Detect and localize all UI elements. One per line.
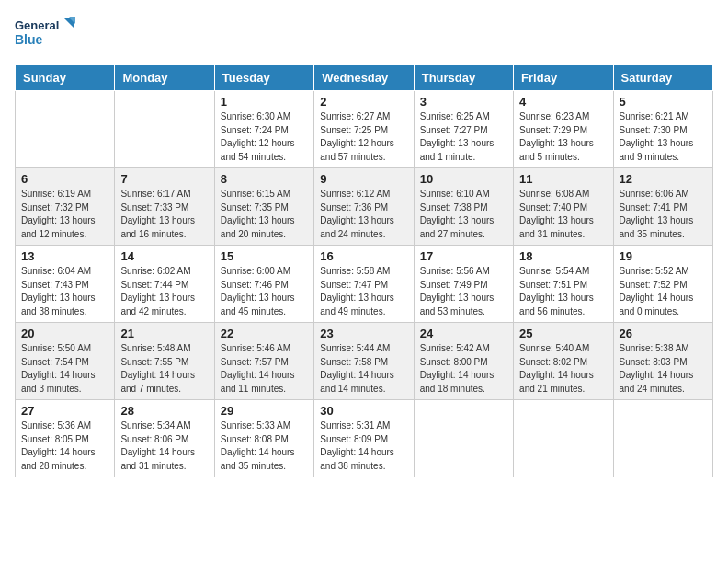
calendar-header-row: SundayMondayTuesdayWednesdayThursdayFrid…	[16, 65, 713, 91]
calendar-cell	[613, 400, 712, 477]
day-number: 22	[221, 327, 308, 340]
logo: General Blue	[15, 15, 79, 57]
day-number: 30	[320, 404, 407, 418]
calendar-cell: 9Sunrise: 6:12 AM Sunset: 7:36 PM Daylig…	[314, 168, 414, 246]
calendar-cell: 17Sunrise: 5:56 AM Sunset: 7:49 PM Dayli…	[414, 246, 513, 323]
weekday-header-tuesday: Tuesday	[214, 65, 313, 91]
day-number: 2	[320, 95, 407, 109]
day-number: 16	[320, 249, 407, 263]
calendar-cell: 22Sunrise: 5:46 AM Sunset: 7:57 PM Dayli…	[214, 323, 313, 400]
svg-text:General: General	[15, 18, 59, 32]
day-info: Sunrise: 6:04 AM Sunset: 7:43 PM Dayligh…	[21, 265, 108, 318]
day-info: Sunrise: 5:52 AM Sunset: 7:52 PM Dayligh…	[620, 265, 707, 318]
weekday-header-thursday: Thursday	[414, 65, 513, 91]
svg-text:Blue: Blue	[15, 32, 43, 47]
day-info: Sunrise: 6:06 AM Sunset: 7:41 PM Dayligh…	[620, 188, 707, 241]
calendar-cell	[16, 91, 115, 168]
day-info: Sunrise: 5:40 AM Sunset: 8:02 PM Dayligh…	[519, 342, 607, 396]
day-info: Sunrise: 5:44 AM Sunset: 7:58 PM Dayligh…	[320, 342, 407, 396]
page-header: General Blue	[15, 15, 713, 57]
calendar-cell: 29Sunrise: 5:33 AM Sunset: 8:08 PM Dayli…	[214, 400, 313, 477]
day-number: 15	[221, 249, 308, 263]
day-info: Sunrise: 6:00 AM Sunset: 7:46 PM Dayligh…	[221, 265, 308, 318]
day-info: Sunrise: 6:10 AM Sunset: 7:38 PM Dayligh…	[420, 188, 507, 241]
day-info: Sunrise: 5:36 AM Sunset: 8:05 PM Dayligh…	[21, 419, 108, 473]
calendar-cell: 19Sunrise: 5:52 AM Sunset: 7:52 PM Dayli…	[613, 246, 712, 323]
day-number: 14	[120, 249, 208, 263]
calendar-cell: 8Sunrise: 6:15 AM Sunset: 7:35 PM Daylig…	[214, 168, 313, 246]
calendar-cell: 23Sunrise: 5:44 AM Sunset: 7:58 PM Dayli…	[314, 323, 414, 400]
day-number: 21	[120, 327, 208, 340]
day-number: 24	[420, 327, 507, 340]
day-info: Sunrise: 5:46 AM Sunset: 7:57 PM Dayligh…	[221, 342, 308, 396]
day-number: 8	[221, 172, 308, 186]
weekday-header-sunday: Sunday	[16, 65, 115, 91]
day-number: 5	[620, 95, 707, 109]
day-info: Sunrise: 6:30 AM Sunset: 7:24 PM Dayligh…	[221, 110, 308, 164]
day-number: 13	[21, 249, 108, 263]
weekday-header-wednesday: Wednesday	[314, 65, 414, 91]
calendar-cell	[115, 91, 214, 168]
calendar-cell: 21Sunrise: 5:48 AM Sunset: 7:55 PM Dayli…	[115, 323, 214, 400]
calendar-table: SundayMondayTuesdayWednesdayThursdayFrid…	[15, 64, 713, 477]
day-info: Sunrise: 6:21 AM Sunset: 7:30 PM Dayligh…	[620, 110, 707, 164]
day-number: 25	[519, 327, 607, 340]
calendar-cell: 25Sunrise: 5:40 AM Sunset: 8:02 PM Dayli…	[514, 323, 613, 400]
day-info: Sunrise: 6:17 AM Sunset: 7:33 PM Dayligh…	[120, 188, 208, 241]
day-number: 17	[420, 249, 507, 263]
calendar-cell: 4Sunrise: 6:23 AM Sunset: 7:29 PM Daylig…	[514, 91, 613, 168]
calendar-cell: 12Sunrise: 6:06 AM Sunset: 7:41 PM Dayli…	[613, 168, 712, 246]
day-info: Sunrise: 6:25 AM Sunset: 7:27 PM Dayligh…	[420, 110, 507, 164]
calendar-cell: 26Sunrise: 5:38 AM Sunset: 8:03 PM Dayli…	[613, 323, 712, 400]
day-info: Sunrise: 5:50 AM Sunset: 7:54 PM Dayligh…	[21, 342, 108, 396]
weekday-header-friday: Friday	[514, 65, 613, 91]
day-number: 28	[120, 404, 208, 418]
calendar-cell	[514, 400, 613, 477]
day-info: Sunrise: 5:42 AM Sunset: 8:00 PM Dayligh…	[420, 342, 507, 396]
calendar-cell: 2Sunrise: 6:27 AM Sunset: 7:25 PM Daylig…	[314, 91, 414, 168]
day-info: Sunrise: 6:12 AM Sunset: 7:36 PM Dayligh…	[320, 188, 407, 241]
calendar-cell: 11Sunrise: 6:08 AM Sunset: 7:40 PM Dayli…	[514, 168, 613, 246]
day-info: Sunrise: 6:27 AM Sunset: 7:25 PM Dayligh…	[320, 110, 407, 164]
day-info: Sunrise: 5:48 AM Sunset: 7:55 PM Dayligh…	[120, 342, 208, 396]
calendar-cell: 16Sunrise: 5:58 AM Sunset: 7:47 PM Dayli…	[314, 246, 414, 323]
day-number: 4	[519, 95, 607, 109]
calendar-cell: 5Sunrise: 6:21 AM Sunset: 7:30 PM Daylig…	[613, 91, 712, 168]
calendar-cell: 18Sunrise: 5:54 AM Sunset: 7:51 PM Dayli…	[514, 246, 613, 323]
day-info: Sunrise: 5:33 AM Sunset: 8:08 PM Dayligh…	[221, 419, 308, 473]
day-number: 29	[221, 404, 308, 418]
day-info: Sunrise: 5:58 AM Sunset: 7:47 PM Dayligh…	[320, 265, 407, 318]
day-info: Sunrise: 5:38 AM Sunset: 8:03 PM Dayligh…	[620, 342, 707, 396]
day-info: Sunrise: 5:34 AM Sunset: 8:06 PM Dayligh…	[120, 419, 208, 473]
calendar-cell	[414, 400, 513, 477]
day-number: 7	[120, 172, 208, 186]
day-number: 9	[320, 172, 407, 186]
calendar-cell: 13Sunrise: 6:04 AM Sunset: 7:43 PM Dayli…	[16, 246, 115, 323]
weekday-header-monday: Monday	[115, 65, 214, 91]
day-number: 26	[620, 327, 707, 340]
calendar-cell: 28Sunrise: 5:34 AM Sunset: 8:06 PM Dayli…	[115, 400, 214, 477]
calendar-cell: 1Sunrise: 6:30 AM Sunset: 7:24 PM Daylig…	[214, 91, 313, 168]
day-number: 27	[21, 404, 108, 418]
calendar-cell: 24Sunrise: 5:42 AM Sunset: 8:00 PM Dayli…	[414, 323, 513, 400]
calendar-week-row: 20Sunrise: 5:50 AM Sunset: 7:54 PM Dayli…	[16, 323, 713, 400]
calendar-week-row: 6Sunrise: 6:19 AM Sunset: 7:32 PM Daylig…	[16, 168, 713, 246]
day-info: Sunrise: 6:23 AM Sunset: 7:29 PM Dayligh…	[519, 110, 607, 164]
calendar-cell: 15Sunrise: 6:00 AM Sunset: 7:46 PM Dayli…	[214, 246, 313, 323]
calendar-cell: 10Sunrise: 6:10 AM Sunset: 7:38 PM Dayli…	[414, 168, 513, 246]
logo-svg: General Blue	[15, 15, 79, 57]
day-number: 20	[21, 327, 108, 340]
day-number: 12	[620, 172, 707, 186]
day-number: 23	[320, 327, 407, 340]
day-number: 1	[221, 95, 308, 109]
calendar-week-row: 13Sunrise: 6:04 AM Sunset: 7:43 PM Dayli…	[16, 246, 713, 323]
calendar-cell: 20Sunrise: 5:50 AM Sunset: 7:54 PM Dayli…	[16, 323, 115, 400]
calendar-cell: 30Sunrise: 5:31 AM Sunset: 8:09 PM Dayli…	[314, 400, 414, 477]
day-info: Sunrise: 6:02 AM Sunset: 7:44 PM Dayligh…	[120, 265, 208, 318]
weekday-header-saturday: Saturday	[613, 65, 712, 91]
day-number: 11	[519, 172, 607, 186]
day-number: 19	[620, 249, 707, 263]
calendar-cell: 27Sunrise: 5:36 AM Sunset: 8:05 PM Dayli…	[16, 400, 115, 477]
day-info: Sunrise: 5:56 AM Sunset: 7:49 PM Dayligh…	[420, 265, 507, 318]
calendar-week-row: 1Sunrise: 6:30 AM Sunset: 7:24 PM Daylig…	[16, 91, 713, 168]
